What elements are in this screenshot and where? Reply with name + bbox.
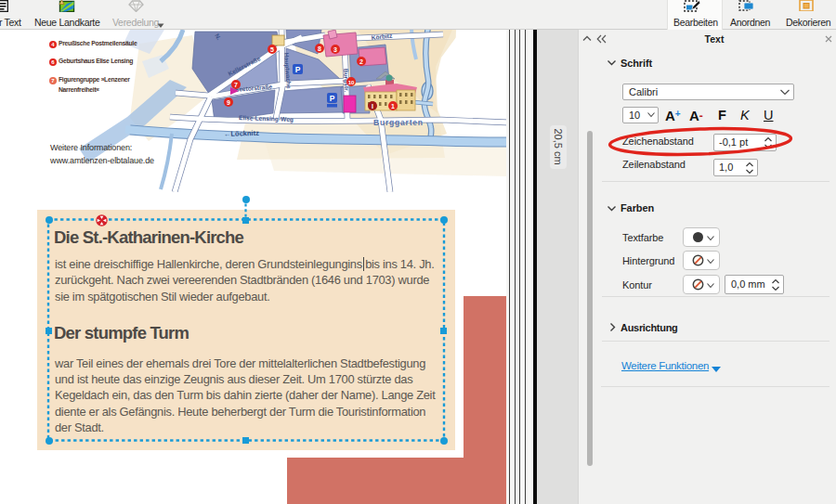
- svg-text:1: 1: [391, 103, 395, 110]
- svg-text:9: 9: [227, 99, 230, 106]
- svg-text:2: 2: [359, 58, 363, 65]
- svg-text:←Löcknitz: ←Löcknitz: [224, 129, 259, 138]
- svg-text:P: P: [295, 65, 301, 74]
- svg-text:P: P: [330, 94, 335, 103]
- svg-text:Burggarten: Burggarten: [373, 118, 424, 127]
- svg-text:I: I: [372, 103, 373, 110]
- svg-text:5: 5: [270, 46, 274, 53]
- svg-text:10: 10: [348, 80, 355, 85]
- svg-text:7: 7: [234, 82, 238, 88]
- svg-text:8: 8: [318, 45, 321, 52]
- svg-text:3: 3: [333, 46, 337, 53]
